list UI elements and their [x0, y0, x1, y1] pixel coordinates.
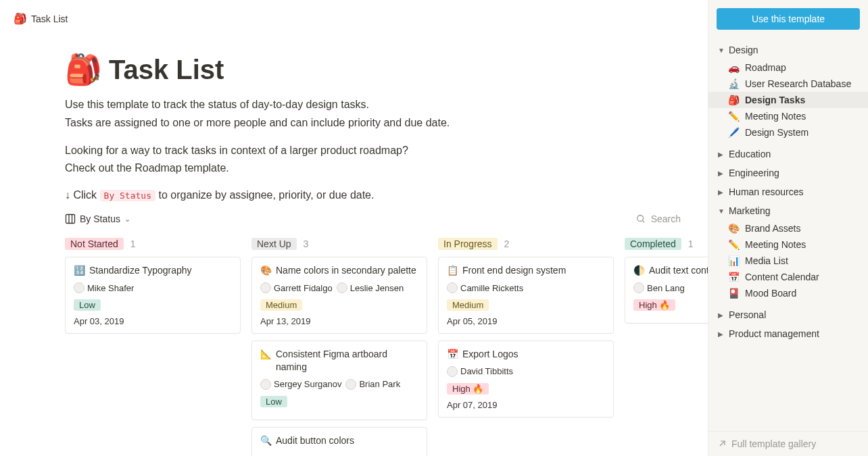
sidebar-item-icon: 🎴 — [727, 288, 740, 299]
sidebar-item[interactable]: ✏️Meeting Notes — [708, 108, 868, 124]
kanban-board: Not Started1🔢Standardize TypographyMike … — [65, 238, 708, 456]
card-title: 🌓Audit text contrast accessibility — [633, 264, 708, 277]
card-emoji: 🌓 — [633, 264, 645, 277]
sidebar-item-icon: 📅 — [727, 272, 740, 282]
sidebar-section-header[interactable]: ▼Marketing — [708, 201, 868, 220]
sidebar-item[interactable]: 🖊️Design System — [708, 124, 868, 141]
sidebar-section-children: 🎨Brand Assets✏️Meeting Notes📊Media List📅… — [708, 220, 868, 305]
avatar — [633, 282, 644, 293]
main-content: 🎒 Task List 🎒 Task List Use this templat… — [0, 0, 708, 456]
task-card[interactable]: 🎨Name colors in secondary paletteGarrett… — [251, 257, 427, 334]
sidebar-section: ▶Personal — [708, 305, 868, 324]
sidebar-section-children: 🚗Roadmap🔬User Research Database🎒Design T… — [708, 59, 868, 145]
kanban-column: In Progress2📋Front end design systemCami… — [438, 238, 614, 456]
svg-rect-0 — [66, 215, 75, 224]
sidebar-item-label: Brand Assets — [745, 223, 801, 234]
sidebar-item-icon: 🎨 — [727, 223, 740, 234]
avatar — [345, 379, 356, 390]
card-title: 📐Consistent Figma artboard naming — [260, 348, 418, 374]
desc-line-1: Use this template to track the status of… — [65, 97, 708, 113]
column-count: 1 — [130, 238, 136, 249]
assignee: Ben Lang — [633, 282, 685, 293]
card-emoji: 🔍 — [260, 434, 272, 447]
card-title-text: Name colors in secondary palette — [276, 264, 416, 277]
assignee-name: Garrett Fidalgo — [274, 283, 333, 293]
task-card[interactable]: 🔍Audit button colors — [251, 427, 427, 456]
sidebar-item-icon: 🚗 — [727, 62, 740, 73]
sidebar-item[interactable]: 🚗Roadmap — [708, 59, 868, 76]
status-tag[interactable]: Next Up — [251, 238, 297, 250]
sidebar-section-header[interactable]: ▶Personal — [708, 305, 868, 324]
sidebar-section-label: Design — [729, 45, 758, 55]
assignee-name: Leslie Jensen — [350, 283, 404, 293]
sidebar-item-icon: ✏️ — [727, 111, 740, 122]
caret-down-icon: ▼ — [718, 47, 725, 54]
sidebar-item[interactable]: 🔬User Research Database — [708, 76, 868, 92]
assignee: Leslie Jensen — [337, 282, 404, 293]
sidebar-item-label: Meeting Notes — [745, 239, 806, 250]
priority-badge: Low — [74, 299, 101, 311]
sidebar-section-header[interactable]: ▶Engineering — [708, 163, 868, 182]
card-title-text: Standardize Typography — [89, 264, 192, 277]
task-card[interactable]: 🌓Audit text contrast accessibilityBen La… — [625, 257, 708, 324]
view-bar: By Status ⌄ Search — [65, 213, 708, 224]
column-count: 2 — [504, 238, 510, 249]
breadcrumb-icon: 🎒 — [14, 12, 27, 25]
caret-right-icon: ▶ — [718, 188, 725, 196]
view-switcher[interactable]: By Status ⌄ — [65, 213, 130, 224]
search-placeholder: Search — [651, 213, 681, 224]
card-emoji: 📅 — [447, 348, 458, 361]
column-header: Not Started1 — [65, 238, 241, 250]
sidebar-footer[interactable]: Full template gallery — [708, 431, 868, 456]
sidebar-item-label: Design Tasks — [745, 95, 805, 105]
column-header: In Progress2 — [438, 238, 614, 250]
status-tag[interactable]: Completed — [625, 238, 681, 250]
caret-right-icon: ▶ — [718, 151, 725, 158]
breadcrumb[interactable]: 🎒 Task List — [14, 12, 708, 25]
card-title: 📅Export Logos — [447, 348, 605, 361]
page-title: Task List — [109, 55, 224, 85]
sidebar-item[interactable]: 📊Media List — [708, 253, 868, 269]
task-card[interactable]: 📐Consistent Figma artboard namingSergey … — [251, 340, 427, 420]
card-title-text: Audit text contrast accessibility — [649, 264, 708, 277]
status-tag[interactable]: In Progress — [438, 238, 498, 250]
search-icon — [636, 214, 646, 224]
due-date: Apr 07, 2019 — [447, 400, 605, 410]
sidebar-item[interactable]: 🎴Mood Board — [708, 285, 868, 301]
view-label: By Status — [80, 213, 120, 224]
sidebar-section-header[interactable]: ▶Product management — [708, 324, 868, 343]
sidebar-section-header[interactable]: ▶Education — [708, 145, 868, 163]
sidebar-item[interactable]: 📅Content Calendar — [708, 269, 868, 285]
page-title-row: 🎒 Task List — [65, 52, 708, 87]
sidebar-section-header[interactable]: ▼Design — [708, 41, 868, 59]
page-description: Use this template to track the status of… — [65, 97, 708, 177]
kanban-column: Not Started1🔢Standardize TypographyMike … — [65, 238, 241, 456]
hint-prefix: ↓ Click — [65, 189, 100, 201]
search[interactable]: Search — [636, 213, 681, 224]
card-title: 🎨Name colors in secondary palette — [260, 264, 418, 277]
card-title-text: Consistent Figma artboard naming — [276, 348, 418, 374]
status-tag[interactable]: Not Started — [65, 238, 124, 250]
sidebar-section: ▶Engineering — [708, 163, 868, 182]
card-title: 📋Front end design system — [447, 264, 605, 277]
board-icon — [65, 213, 76, 224]
sidebar-item[interactable]: 🎨Brand Assets — [708, 220, 868, 236]
due-date: Apr 03, 2019 — [74, 316, 232, 326]
sidebar-item[interactable]: 🎒Design Tasks — [708, 92, 868, 108]
kanban-column: Completed1🌓Audit text contrast accessibi… — [625, 238, 708, 456]
svg-point-3 — [637, 216, 643, 222]
sidebar-item[interactable]: ✏️Meeting Notes — [708, 236, 868, 253]
assignee: Garrett Fidalgo — [260, 282, 333, 293]
sidebar-item-icon: 🔬 — [727, 78, 740, 89]
task-card[interactable]: 📅Export LogosDavid TibbittsHigh 🔥Apr 07,… — [438, 340, 614, 417]
use-template-button[interactable]: Use this template — [717, 8, 860, 30]
task-card[interactable]: 🔢Standardize TypographyMike ShaferLowApr… — [65, 257, 241, 334]
due-date: Apr 13, 2019 — [260, 316, 418, 326]
priority-badge: High 🔥 — [447, 383, 489, 395]
page-body: 🎒 Task List Use this template to track t… — [14, 52, 708, 456]
footer-label: Full template gallery — [731, 438, 816, 449]
sidebar-section-header[interactable]: ▶Human resources — [708, 182, 868, 201]
task-card[interactable]: 📋Front end design systemCamille Ricketts… — [438, 257, 614, 334]
column-count: 1 — [688, 238, 694, 249]
sidebar-item-icon: 🖊️ — [727, 127, 740, 138]
